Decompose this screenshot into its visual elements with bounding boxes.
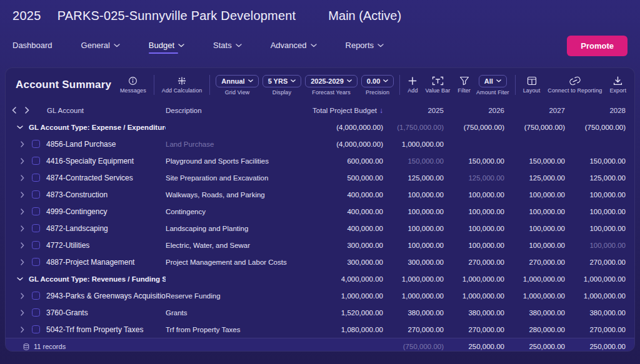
value-cell[interactable]: 1,000,000.00	[402, 140, 444, 148]
column-header-2026[interactable]: 2026	[488, 107, 504, 114]
value-cell[interactable]: 100,000.00	[589, 208, 626, 215]
value-cell[interactable]: 300,000.00	[347, 242, 383, 249]
expand-row-icon[interactable]	[12, 192, 24, 198]
expand-row-icon[interactable]	[12, 158, 24, 164]
column-header-total-project-budget[interactable]: Total Project Budget ↓	[312, 106, 383, 115]
expand-row-icon[interactable]	[12, 175, 24, 181]
value-cell[interactable]: 100,000.00	[529, 225, 565, 232]
value-cell[interactable]: 100,000.00	[589, 242, 626, 249]
value-cell[interactable]: 270,000.00	[408, 326, 444, 333]
value-cell[interactable]: 150,000.00	[589, 157, 626, 165]
display-select[interactable]: 5 YRS	[262, 75, 302, 87]
value-cell[interactable]: (4,000,000.00)	[336, 140, 383, 148]
expand-row-icon[interactable]	[12, 259, 24, 265]
row-checkbox[interactable]	[32, 241, 40, 249]
description-cell[interactable]: Reserve Funding	[166, 292, 292, 300]
gl-account-label[interactable]: 4416-Specialty Equipment	[46, 157, 134, 165]
expand-row-icon[interactable]	[12, 242, 24, 248]
value-cell[interactable]: 100,000.00	[408, 208, 444, 215]
value-cell[interactable]: 125,000.00	[408, 174, 444, 182]
chevron-down-icon[interactable]	[14, 277, 23, 281]
description-cell[interactable]: Landscaping and Planting	[166, 225, 292, 232]
value-cell[interactable]: 150,000.00	[529, 157, 565, 165]
value-cell[interactable]: 300,000.00	[408, 258, 444, 266]
gl-account-label[interactable]: 4872-Landscaping	[46, 224, 108, 233]
value-cell[interactable]: 380,000.00	[408, 309, 444, 317]
row-checkbox[interactable]	[32, 190, 40, 199]
value-cell[interactable]: 1,080,000.00	[341, 326, 383, 333]
value-cell[interactable]: 100,000.00	[529, 191, 565, 199]
value-cell[interactable]: 300,000.00	[347, 258, 383, 266]
forecast-years-select[interactable]: 2025-2029	[305, 75, 358, 87]
gl-account-label[interactable]: 5042-Trf from Property Taxes	[46, 325, 143, 334]
precision-select[interactable]: 0.00	[361, 75, 394, 87]
export-button[interactable]: Export	[608, 76, 628, 94]
layout-button[interactable]: Layout	[521, 76, 542, 94]
row-checkbox[interactable]	[32, 157, 40, 165]
nav-reports[interactable]: Reports	[346, 41, 384, 54]
nav-budget[interactable]: Budget	[149, 41, 184, 54]
value-cell[interactable]: 150,000.00	[408, 157, 444, 165]
column-header-gl-account[interactable]: GL Account	[47, 107, 84, 114]
value-cell[interactable]: 1,000,000.00	[462, 292, 504, 300]
add-button[interactable]: Add	[406, 76, 419, 94]
description-cell[interactable]: Trf from Property Taxes	[166, 326, 292, 333]
value-cell[interactable]: 1,000,000.00	[523, 292, 565, 300]
value-cell[interactable]: 100,000.00	[468, 208, 504, 215]
value-cell[interactable]: 100,000.00	[529, 208, 565, 215]
gl-account-label[interactable]: 4873-Construction	[46, 190, 108, 199]
value-cell[interactable]: 270,000.00	[468, 258, 504, 266]
column-header-2028[interactable]: 2028	[609, 107, 626, 114]
add-calculation-button[interactable]: Add Calculation	[160, 76, 204, 94]
scroll-left-icon[interactable]	[12, 107, 16, 114]
filter-button[interactable]: Filter	[456, 76, 472, 94]
value-cell[interactable]: 1,000,000.00	[584, 292, 626, 300]
column-header-2027[interactable]: 2027	[549, 107, 565, 114]
gl-account-label[interactable]: 4999-Contingency	[46, 207, 107, 216]
chevron-down-icon[interactable]	[14, 125, 23, 129]
value-cell[interactable]: 600,000.00	[347, 157, 383, 165]
scroll-right-icon[interactable]	[25, 107, 29, 114]
expand-row-icon[interactable]	[12, 327, 24, 333]
promote-button[interactable]: Promote	[567, 36, 628, 56]
column-header-description[interactable]: Description	[166, 107, 292, 114]
nav-advanced[interactable]: Advanced	[271, 41, 317, 54]
value-cell[interactable]: 100,000.00	[408, 242, 444, 249]
value-cell[interactable]: 100,000.00	[529, 242, 565, 249]
row-checkbox[interactable]	[32, 308, 40, 317]
gl-account-label[interactable]: 2943-Parks & Greenways Acquisition...	[46, 292, 166, 300]
value-cell[interactable]: 380,000.00	[589, 309, 626, 317]
value-cell[interactable]: 270,000.00	[468, 326, 504, 333]
value-cell[interactable]: 270,000.00	[589, 326, 626, 333]
row-checkbox[interactable]	[32, 224, 40, 232]
expand-row-icon[interactable]	[12, 310, 24, 316]
value-cell[interactable]: 100,000.00	[589, 225, 626, 232]
nav-general[interactable]: General	[81, 41, 120, 54]
value-cell[interactable]: 125,000.00	[468, 174, 504, 182]
value-cell[interactable]: 125,000.00	[529, 174, 565, 182]
value-cell[interactable]: 100,000.00	[408, 191, 444, 199]
value-cell[interactable]: 125,000.00	[589, 174, 626, 182]
expand-row-icon[interactable]	[12, 225, 24, 232]
nav-dashboard[interactable]: Dashboard	[12, 41, 52, 54]
row-checkbox[interactable]	[32, 174, 40, 182]
gl-account-label[interactable]: 4856-Land Purchase	[46, 140, 116, 149]
description-cell[interactable]: Grants	[166, 309, 292, 317]
value-cell[interactable]: 1,000,000.00	[402, 292, 444, 300]
messages-button[interactable]: Messages	[118, 76, 148, 94]
value-cell[interactable]: 1,520,000.00	[341, 309, 383, 317]
value-cell[interactable]: 380,000.00	[468, 309, 504, 317]
gl-account-label[interactable]: 4772-Utilities	[46, 241, 89, 250]
grid-view-select[interactable]: Annual	[216, 75, 258, 87]
description-cell[interactable]: Land Purchase	[166, 140, 292, 148]
row-checkbox[interactable]	[32, 207, 40, 215]
expand-row-icon[interactable]	[12, 209, 24, 215]
value-cell[interactable]: 270,000.00	[529, 258, 565, 266]
value-cell[interactable]: 400,000.00	[347, 191, 383, 199]
gl-account-label[interactable]: 4887-Project Management	[46, 258, 134, 267]
row-checkbox[interactable]	[32, 292, 40, 300]
row-checkbox[interactable]	[32, 258, 40, 266]
expand-row-icon[interactable]	[12, 141, 24, 147]
row-checkbox[interactable]	[32, 325, 40, 333]
description-cell[interactable]: Electric, Water, and Sewar	[166, 242, 292, 249]
